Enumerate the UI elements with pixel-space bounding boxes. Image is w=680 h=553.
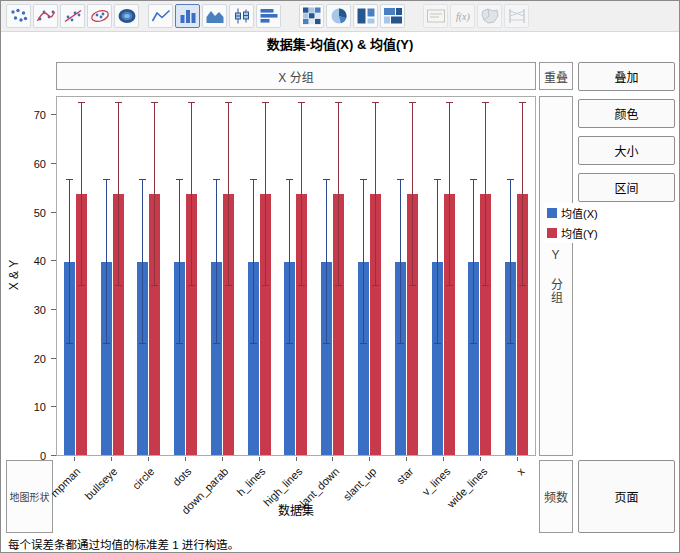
x-tick-mark — [480, 457, 481, 461]
contour-button[interactable] — [114, 4, 139, 28]
error-bar — [409, 102, 416, 286]
map-shapes-icon — [480, 7, 500, 25]
ellipse-button[interactable] — [87, 4, 112, 28]
bar-groups — [57, 97, 535, 455]
mosaic-button[interactable] — [380, 4, 405, 28]
size-zone-label: 大小 — [614, 142, 638, 159]
size-zone-button[interactable]: 大小 — [578, 136, 675, 165]
page-zone-button[interactable]: 页面 — [578, 460, 675, 533]
color-zone-label: 颜色 — [614, 105, 638, 122]
x-axis-labels: mpmanbullseyecircledotsdown_parabh_lines… — [56, 457, 536, 507]
error-bar — [470, 179, 477, 343]
legend-item[interactable]: 均值(Y) — [547, 225, 598, 241]
graph-builder-window: f(x) 数据集-均值(X) & 均值(Y) X 分组 重叠 Y 分组 地图形状… — [0, 0, 680, 553]
map-shapes-button[interactable] — [477, 4, 502, 28]
bar-slot — [248, 97, 259, 455]
x-tick-mark — [406, 457, 407, 461]
error-bar — [482, 102, 489, 286]
smoother-button[interactable] — [33, 4, 58, 28]
line-chart-button[interactable] — [148, 4, 173, 28]
error-bar — [446, 102, 453, 286]
y-tick-label: 60 — [34, 158, 46, 170]
bar-group — [94, 97, 131, 455]
bar-slot — [101, 97, 112, 455]
points-icon — [9, 7, 29, 25]
bar-slot — [186, 97, 197, 455]
y-tick-label: 30 — [34, 304, 46, 316]
bar-slot — [333, 97, 344, 455]
legend-item[interactable]: 均值(X) — [547, 205, 598, 221]
x-tick-mark — [296, 457, 297, 461]
box-plot-button[interactable] — [229, 4, 254, 28]
pie-chart-button[interactable] — [326, 4, 351, 28]
error-bar — [139, 179, 146, 343]
y-tick-label: 0 — [40, 450, 46, 462]
drop-zone-x-group[interactable]: X 分组 — [56, 62, 536, 90]
overlay-zone-button[interactable]: 叠加 — [578, 62, 675, 91]
bar-group — [204, 97, 241, 455]
error-bar — [298, 102, 305, 286]
bar-chart-button[interactable] — [175, 4, 200, 28]
bar-slot — [223, 97, 234, 455]
error-bar — [103, 179, 110, 343]
area-chart-button[interactable] — [202, 4, 227, 28]
bar-slot — [113, 97, 124, 455]
x-tick-mark — [369, 457, 370, 461]
bar-slot — [174, 97, 185, 455]
legend-swatch — [547, 228, 557, 238]
bar-slot — [321, 97, 332, 455]
caption-box-button[interactable] — [423, 4, 448, 28]
heatmap-button[interactable] — [299, 4, 324, 28]
drop-zone-y-group-label: Y 分组 — [548, 248, 565, 304]
error-bar — [262, 102, 269, 286]
error-bar — [507, 179, 514, 343]
bar-slot — [480, 97, 491, 455]
bar-slot — [517, 97, 528, 455]
x-tick-mark — [259, 457, 260, 461]
legend-swatch — [547, 208, 557, 218]
bar-group — [388, 97, 425, 455]
bar-slot — [260, 97, 271, 455]
y-axis-title[interactable]: X & Y — [7, 240, 21, 310]
y-tick-label: 40 — [34, 255, 46, 267]
line-of-fit-button[interactable] — [60, 4, 85, 28]
histogram-button[interactable] — [256, 4, 281, 28]
bar-chart-icon — [178, 7, 198, 25]
bar-slot — [64, 97, 75, 455]
parallel-plot-button[interactable] — [504, 4, 529, 28]
bar-group — [461, 97, 498, 455]
points-button[interactable] — [6, 4, 31, 28]
x-tick-mark — [148, 457, 149, 461]
bar-slot — [444, 97, 455, 455]
y-axis: X & Y 010203040506070 — [1, 96, 56, 456]
error-bar — [335, 102, 342, 286]
formula-button[interactable]: f(x) — [450, 4, 475, 28]
drop-zone-wrap[interactable]: 重叠 — [539, 62, 573, 90]
x-tick-mark — [111, 457, 112, 461]
error-bar — [213, 179, 220, 343]
x-axis-title[interactable]: 数据集 — [56, 501, 536, 518]
y-tick-label: 70 — [34, 109, 46, 121]
heatmap-icon — [302, 7, 322, 25]
ellipse-icon — [90, 7, 110, 25]
bar-slot — [76, 97, 87, 455]
color-zone-button[interactable]: 颜色 — [578, 99, 675, 128]
bar-slot — [432, 97, 443, 455]
overlay-zone-label: 叠加 — [614, 68, 638, 85]
plot-area[interactable] — [56, 96, 536, 456]
bar-slot — [370, 97, 381, 455]
interval-zone-button[interactable]: 区间 — [578, 173, 675, 202]
bar-group — [131, 97, 168, 455]
contour-icon — [117, 7, 137, 25]
x-tick-mark — [332, 457, 333, 461]
drop-zone-freq[interactable]: 频数 — [539, 460, 573, 533]
bar-group — [314, 97, 351, 455]
treemap-button[interactable] — [353, 4, 378, 28]
x-tick-mark — [517, 457, 518, 461]
parallel-plot-icon — [507, 7, 527, 25]
area-chart-icon — [205, 7, 225, 25]
drop-zone-y-group[interactable]: Y 分组 — [539, 96, 573, 456]
toolbar: f(x) — [1, 1, 679, 32]
interval-zone-label: 区间 — [614, 179, 638, 196]
error-bar — [286, 179, 293, 343]
